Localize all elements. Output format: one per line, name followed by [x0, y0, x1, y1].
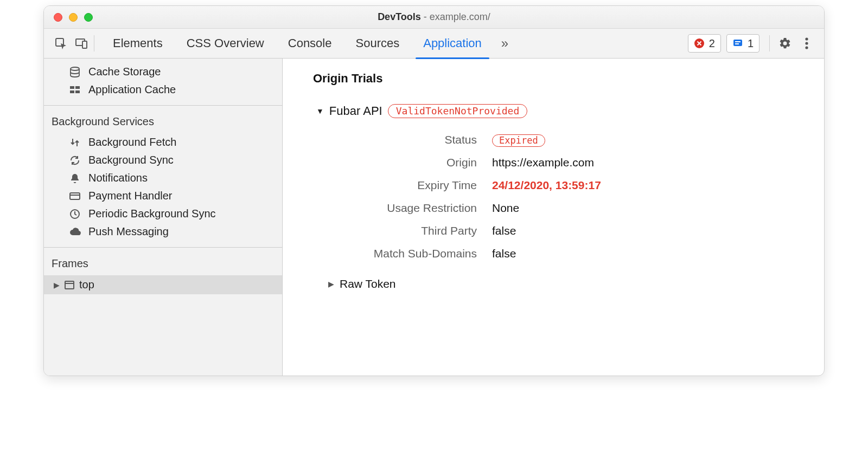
svg-rect-13 — [70, 90, 74, 93]
toolbar-divider — [769, 35, 770, 51]
settings-button[interactable] — [774, 33, 796, 54]
sidebar-item-cache-storage[interactable]: Cache Storage — [44, 63, 282, 81]
svg-point-9 — [805, 46, 808, 49]
toolbar: Elements CSS Overview Console Sources Ap… — [44, 29, 824, 59]
value-usage-restriction: None — [492, 202, 802, 215]
more-options-button[interactable] — [796, 33, 818, 54]
sidebar-item-periodic-background-sync[interactable]: Periodic Background Sync — [44, 205, 282, 223]
tab-css-overview[interactable]: CSS Overview — [175, 29, 276, 59]
trial-name: Fubar API — [329, 104, 382, 118]
inspect-element-button[interactable] — [50, 34, 71, 53]
error-icon — [694, 38, 705, 49]
sidebar-item-background-fetch[interactable]: Background Fetch — [44, 133, 282, 151]
bell-icon — [68, 173, 82, 184]
more-tabs-button[interactable]: » — [494, 36, 516, 51]
svg-rect-17 — [65, 281, 74, 289]
frame-item-top[interactable]: ▶ top — [44, 275, 282, 294]
tab-console[interactable]: Console — [276, 29, 344, 59]
issues-icon — [732, 38, 743, 49]
issues-counter[interactable]: 1 — [726, 34, 760, 53]
value-third-party: false — [492, 224, 802, 237]
value-status: Expired — [492, 133, 802, 146]
grid-icon — [68, 85, 82, 95]
credit-card-icon — [68, 190, 82, 202]
sidebar-item-background-sync[interactable]: Background Sync — [44, 151, 282, 169]
sidebar-heading-background-services: Background Services — [44, 112, 282, 133]
window-controls — [44, 13, 93, 22]
svg-rect-12 — [75, 86, 80, 89]
title-url: example.com/ — [430, 11, 490, 22]
issues-count: 1 — [748, 37, 754, 50]
svg-rect-15 — [70, 193, 80, 199]
error-count: 2 — [709, 37, 715, 50]
application-main-panel: Origin Trials ▼ Fubar API ValidTokenNotP… — [283, 59, 824, 376]
value-origin: https://example.com — [492, 156, 802, 169]
trial-details-table: Status Expired Origin https://example.co… — [318, 133, 802, 260]
application-sidebar: Cache Storage Application Cache Backgrou… — [44, 59, 283, 376]
database-icon — [68, 66, 82, 78]
devtools-window: DevTools - example.com/ Elements CSS Ove… — [43, 5, 825, 376]
tab-application[interactable]: Application — [411, 29, 494, 59]
zoom-window-button[interactable] — [84, 13, 93, 22]
sidebar-item-payment-handler[interactable]: Payment Handler — [44, 187, 282, 205]
svg-rect-5 — [735, 41, 741, 42]
expand-triangle-icon: ▼ — [316, 107, 324, 115]
svg-rect-2 — [82, 41, 87, 48]
origin-trial-row[interactable]: ▼ Fubar API ValidTokenNotProvided — [316, 104, 802, 118]
svg-rect-4 — [733, 40, 742, 46]
svg-point-7 — [805, 37, 808, 40]
frame-label: top — [79, 279, 94, 291]
titlebar: DevTools - example.com/ — [44, 6, 824, 29]
panel-title: Origin Trials — [313, 72, 802, 86]
label-status: Status — [318, 133, 492, 146]
token-status-pill: ValidTokenNotProvided — [388, 104, 528, 118]
cloud-icon — [68, 226, 82, 238]
label-match-subdomains: Match Sub-Domains — [318, 247, 492, 260]
status-pill: Expired — [492, 134, 545, 147]
tab-sources[interactable]: Sources — [343, 29, 411, 59]
svg-rect-6 — [735, 43, 739, 44]
toolbar-divider — [94, 35, 94, 51]
tab-elements[interactable]: Elements — [101, 29, 175, 59]
svg-rect-11 — [70, 86, 74, 89]
svg-rect-14 — [75, 90, 80, 93]
sidebar-divider — [44, 247, 282, 248]
error-counter[interactable]: 2 — [688, 34, 721, 53]
sidebar-item-application-cache[interactable]: Application Cache — [44, 81, 282, 99]
raw-token-label: Raw Token — [340, 277, 396, 290]
sidebar-item-push-messaging[interactable]: Push Messaging — [44, 223, 282, 241]
frame-icon — [64, 280, 75, 290]
value-expiry: 24/12/2020, 13:59:17 — [492, 179, 802, 192]
label-origin: Origin — [318, 156, 492, 169]
svg-point-10 — [71, 67, 79, 70]
device-toolbar-button[interactable] — [71, 34, 92, 53]
raw-token-row[interactable]: ▶ Raw Token — [328, 277, 802, 290]
expand-triangle-icon: ▶ — [54, 281, 60, 289]
close-window-button[interactable] — [54, 13, 62, 22]
label-usage-restriction: Usage Restriction — [318, 202, 492, 215]
value-match-subdomains: false — [492, 247, 802, 260]
sidebar-divider — [44, 105, 282, 106]
sidebar-item-notifications[interactable]: Notifications — [44, 169, 282, 187]
window-title: DevTools - example.com/ — [44, 11, 824, 23]
fetch-icon — [68, 137, 82, 148]
label-expiry: Expiry Time — [318, 179, 492, 192]
clock-icon — [68, 209, 82, 219]
expand-triangle-icon: ▶ — [328, 280, 334, 288]
sync-icon — [68, 155, 82, 166]
label-third-party: Third Party — [318, 224, 492, 237]
title-app: DevTools — [378, 11, 421, 22]
svg-point-8 — [805, 42, 808, 44]
sidebar-heading-frames: Frames — [44, 254, 282, 275]
minimize-window-button[interactable] — [69, 13, 78, 22]
